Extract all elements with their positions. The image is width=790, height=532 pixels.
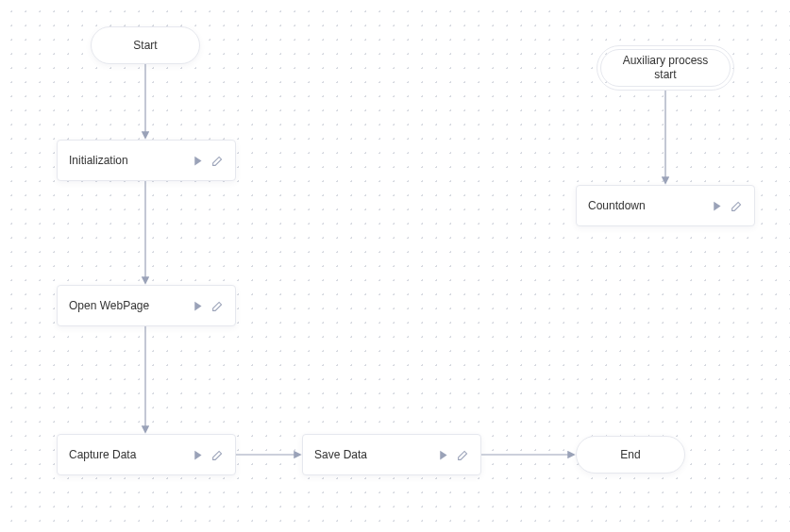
node-countdown[interactable]: Countdown xyxy=(576,185,755,226)
play-icon[interactable] xyxy=(192,449,204,461)
node-save-data-label: Save Data xyxy=(314,448,429,461)
node-countdown-label: Countdown xyxy=(588,199,703,212)
play-icon[interactable] xyxy=(437,449,449,461)
node-end[interactable]: End xyxy=(576,436,685,474)
edit-icon[interactable] xyxy=(211,155,224,167)
node-initialization-label: Initialization xyxy=(69,154,184,167)
node-initialization[interactable]: Initialization xyxy=(57,140,236,181)
play-icon[interactable] xyxy=(192,300,204,312)
node-capture-data-label: Capture Data xyxy=(69,448,184,461)
node-save-data[interactable]: Save Data xyxy=(302,434,481,475)
node-aux-start[interactable]: Auxiliary process start xyxy=(597,45,734,91)
node-aux-start-label: Auxiliary process start xyxy=(622,54,709,82)
play-icon[interactable] xyxy=(192,155,204,167)
node-capture-data[interactable]: Capture Data xyxy=(57,434,236,475)
edit-icon[interactable] xyxy=(731,200,743,212)
edit-icon[interactable] xyxy=(211,300,224,312)
node-end-label: End xyxy=(620,448,640,462)
play-icon[interactable] xyxy=(711,200,723,212)
flowchart-canvas[interactable]: Start Initialization Open WebPage Captur… xyxy=(0,0,790,532)
node-open-webpage-label: Open WebPage xyxy=(69,299,184,312)
node-start[interactable]: Start xyxy=(91,26,200,64)
node-open-webpage[interactable]: Open WebPage xyxy=(57,285,236,326)
edit-icon[interactable] xyxy=(211,449,224,461)
edit-icon[interactable] xyxy=(457,449,469,461)
node-start-label: Start xyxy=(133,39,157,53)
